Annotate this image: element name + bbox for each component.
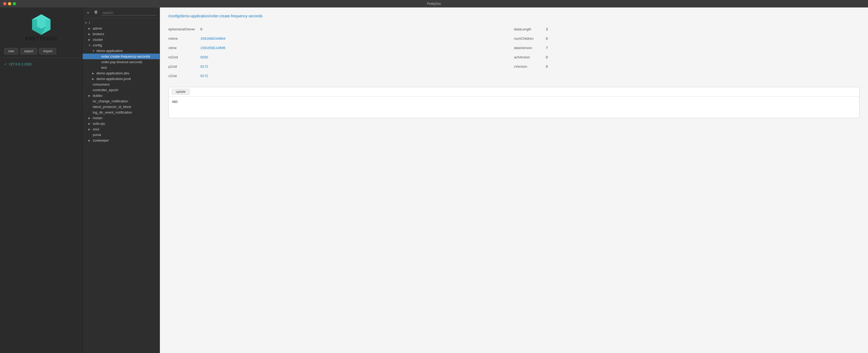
- detail-row-cVersion: cVersion 0: [514, 62, 860, 71]
- arrow-demo-application: ▼: [92, 50, 96, 52]
- node-label-config: config: [92, 43, 102, 47]
- trash-icon: [94, 10, 98, 14]
- detail-grid: ephemeralOwner 0 mtime 1591666244664 cti…: [168, 25, 860, 81]
- new-button[interactable]: new: [4, 48, 18, 54]
- label-aclVersion: aclVersion: [514, 55, 546, 59]
- node-label-brokers: brokers: [92, 32, 104, 36]
- sidebar-divider: [0, 58, 82, 58]
- tree-node-latest-producer[interactable]: latest_producer_id_block: [83, 104, 160, 110]
- tree-node-demo-application-dev[interactable]: ▶ demo-application,dev: [83, 70, 160, 76]
- export-button[interactable]: export: [20, 48, 37, 54]
- tree-node-root[interactable]: ▼ /: [83, 20, 160, 26]
- tree-node-brokers[interactable]: ▶ brokers: [83, 31, 160, 37]
- arrow-zookeeper: ▶: [89, 139, 92, 142]
- arrow-demo-application-prod: ▶: [92, 78, 96, 80]
- update-header: update: [168, 87, 859, 96]
- action-buttons: new export import: [0, 46, 82, 58]
- tree-content: ▼ / ▶ admin ▶ brokers ▶ cluster: [83, 19, 160, 353]
- search-input[interactable]: [101, 10, 156, 16]
- node-label-admin: admin: [92, 26, 102, 30]
- add-node-button[interactable]: +: [86, 10, 90, 15]
- titlebar: PrettyZoo: [0, 0, 868, 7]
- arrow-config: ▼: [89, 44, 92, 47]
- detail-row-dataVersion: dataVersion 7: [514, 43, 860, 53]
- label-mZxid: mZxid: [168, 55, 200, 59]
- label-cVersion: cVersion: [514, 64, 546, 68]
- node-label-zookeeper: zookeeper: [92, 138, 109, 142]
- tree-node-test[interactable]: test: [83, 65, 160, 70]
- arrow-root: ▼: [85, 22, 89, 24]
- tree-node-consumers[interactable]: consumers: [83, 82, 160, 87]
- tree-node-cluster[interactable]: ▶ cluster: [83, 37, 160, 42]
- tree-node-controller-epoch[interactable]: controller_epoch: [83, 87, 160, 93]
- tree-toolbar: +: [83, 7, 160, 19]
- tree-node-sofa-rpc[interactable]: ▶ sofa-rpc: [83, 121, 160, 126]
- tree-node-admin[interactable]: ▶ admin: [83, 26, 160, 31]
- value-cZxid: 9172: [200, 74, 208, 78]
- delete-node-button[interactable]: [93, 10, 99, 15]
- arrow-motan: ▶: [89, 117, 92, 119]
- node-label-demo-application-dev: demo-application,dev: [96, 71, 129, 75]
- node-label-cluster: cluster: [92, 38, 103, 41]
- sidebar: PRETTYZOO new export import ✓ 127.0.0.1:…: [0, 7, 83, 353]
- right-panel: + ▼ / ▶ admin: [83, 7, 868, 353]
- value-numChildren: 0: [546, 36, 548, 40]
- value-aclVersion: 0: [546, 55, 548, 59]
- arrow-demo-application-dev: ▶: [92, 72, 96, 75]
- tree-node-soul[interactable]: ▶ soul: [83, 126, 160, 132]
- tree-node-demo-application[interactable]: ▼ demo-application: [83, 48, 160, 54]
- node-label-test: test: [101, 66, 107, 69]
- node-label-dubbo: dubbo: [92, 94, 102, 97]
- label-ctime: ctime: [168, 46, 200, 50]
- import-button[interactable]: import: [39, 48, 56, 54]
- minimize-button[interactable]: [8, 2, 11, 5]
- close-button[interactable]: [3, 2, 6, 5]
- connection-label: 127.0.0.1:2181: [9, 62, 32, 66]
- detail-row-numChildren: numChildren 0: [514, 34, 860, 43]
- node-label-yunai: yunai: [92, 133, 101, 137]
- value-ctime: 1591658114696: [200, 46, 225, 50]
- arrow-cluster: ▶: [89, 38, 92, 41]
- detail-row-ephemeralOwner: ephemeralOwner 0: [168, 25, 514, 34]
- tree-node-order-pay[interactable]: order.pay-timeout-seconds: [83, 59, 160, 65]
- node-label-latest-producer: latest_producer_id_block: [92, 105, 131, 109]
- tree-node-zookeeper[interactable]: ▶ zookeeper: [83, 138, 160, 143]
- arrow-brokers: ▶: [89, 33, 92, 35]
- value-mZxid: 9250: [200, 55, 208, 59]
- tree-node-demo-application-prod[interactable]: ▶ demo-application,prod: [83, 76, 160, 82]
- tree-node-dubbo[interactable]: ▶ dubbo: [83, 93, 160, 98]
- tree-panel: + ▼ / ▶ admin: [83, 7, 160, 353]
- connection-item[interactable]: ✓ 127.0.0.1:2181: [0, 60, 82, 68]
- label-numChildren: numChildren: [514, 36, 546, 40]
- value-pZxid: 9172: [200, 64, 208, 68]
- value-ephemeralOwner: 0: [200, 27, 202, 31]
- traffic-lights: [3, 2, 16, 5]
- label-dataVersion: dataVersion: [514, 46, 546, 50]
- label-dataLength: dataLength: [514, 27, 546, 31]
- connection-checkmark: ✓: [4, 62, 7, 66]
- node-label-sofa-rpc: sofa-rpc: [92, 122, 105, 125]
- value-dataVersion: 7: [546, 46, 548, 50]
- update-box: update 480: [168, 87, 860, 118]
- node-label-demo-application-prod: demo-application,prod: [96, 77, 131, 81]
- detail-row-mtime: mtime 1591666244664: [168, 34, 514, 43]
- tree-node-isr-change[interactable]: isr_change_notification: [83, 98, 160, 104]
- arrow-sofa-rpc: ▶: [89, 122, 92, 125]
- tree-node-config[interactable]: ▼ config: [83, 42, 160, 48]
- update-content[interactable]: 480: [168, 96, 859, 118]
- value-mtime: 1591666244664: [200, 36, 225, 40]
- maximize-button[interactable]: [13, 2, 16, 5]
- label-cZxid: cZxid: [168, 74, 200, 78]
- value-dataLength: 3: [546, 27, 548, 31]
- tree-node-yunai[interactable]: yunai: [83, 132, 160, 138]
- tree-node-order-create[interactable]: order.create-frequency-seconds: [83, 54, 160, 59]
- logo-text: PRETTYZOO: [25, 36, 57, 41]
- logo-area: PRETTYZOO: [0, 7, 82, 46]
- node-label-controller-epoch: controller_epoch: [92, 88, 118, 92]
- node-label-log-dir: log_dir_event_notification: [92, 110, 132, 114]
- update-button[interactable]: update: [172, 89, 190, 95]
- arrow-soul: ▶: [89, 128, 92, 130]
- tree-node-log-dir[interactable]: log_dir_event_notification: [83, 110, 160, 115]
- node-label-order-create: order.create-frequency-seconds: [101, 54, 150, 58]
- tree-node-motan[interactable]: ▶ motan: [83, 115, 160, 121]
